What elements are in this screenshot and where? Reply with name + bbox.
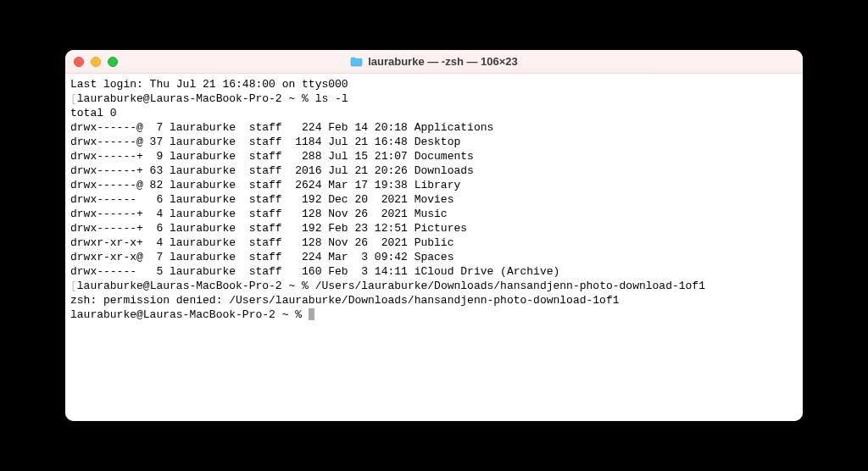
ls-row: drwx------+ 4 lauraburke staff 128 Nov 2… [70,207,798,221]
error-line: zsh: permission denied: /Users/lauraburk… [70,293,798,308]
ls-row: drwx------+ 9 lauraburke staff 288 Jul 1… [70,149,798,163]
window-title: lauraburke — -zsh — 106×23 [368,55,518,68]
ls-row: drwxr-xr-x@ 7 lauraburke staff 224 Mar 3… [70,250,798,264]
ls-row: drwx------ 6 lauraburke staff 192 Dec 20… [70,192,798,207]
titlebar[interactable]: lauraburke — -zsh — 106×23 [65,50,803,74]
title-wrap: lauraburke — -zsh — 106×23 [65,55,803,68]
prompt-line-2: [lauraburke@Lauras-MacBook-Pro-2 ~ % /Us… [70,279,798,293]
last-login-line: Last login: Thu Jul 21 16:48:00 on ttys0… [70,77,798,91]
prompt-1: lauraburke@Lauras-MacBook-Pro-2 ~ % [77,92,315,105]
folder-icon [350,57,363,67]
ls-row: drwx------ 5 lauraburke staff 160 Feb 3 … [70,264,798,279]
prompt-3: lauraburke@Lauras-MacBook-Pro-2 ~ % [70,308,309,321]
close-button[interactable] [74,57,84,67]
ls-row: drwx------@ 82 lauraburke staff 2624 Mar… [70,178,798,192]
traffic-lights [74,57,118,67]
prompt-line-3: lauraburke@Lauras-MacBook-Pro-2 ~ % [70,308,798,322]
terminal-body[interactable]: Last login: Thu Jul 21 16:48:00 on ttys0… [65,74,803,421]
total-line: total 0 [70,106,798,120]
minimize-button[interactable] [91,57,101,67]
command-1: ls -l [315,92,348,105]
prompt-line-1: [lauraburke@Lauras-MacBook-Pro-2 ~ % ls … [70,91,798,106]
ls-row: drwxr-xr-x+ 4 lauraburke staff 128 Nov 2… [70,236,798,250]
prompt-2: lauraburke@Lauras-MacBook-Pro-2 ~ % [77,280,315,292]
ls-row: drwx------@ 7 lauraburke staff 224 Feb 1… [70,120,798,135]
ls-row: drwx------+ 6 lauraburke staff 192 Feb 2… [70,221,798,236]
cursor [309,308,315,320]
maximize-button[interactable] [108,57,118,67]
terminal-window: lauraburke — -zsh — 106×23 Last login: T… [65,50,803,421]
command-2: /Users/lauraburke/Downloads/hansandjenn-… [315,280,705,292]
ls-row: drwx------@ 37 lauraburke staff 1184 Jul… [70,135,798,149]
ls-row: drwx------+ 63 lauraburke staff 2016 Jul… [70,163,798,178]
